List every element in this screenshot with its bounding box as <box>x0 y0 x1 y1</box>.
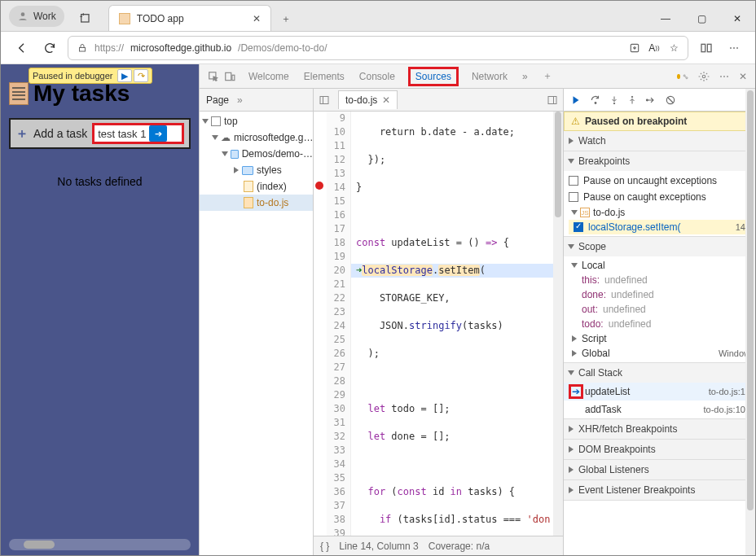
section-dom[interactable]: DOM Breakpoints <box>564 440 755 459</box>
step-over-icon[interactable] <box>590 94 601 106</box>
breakpoint-file[interactable]: JSto-do.js <box>569 205 750 220</box>
minimize-button[interactable]: — <box>648 7 683 31</box>
js-file-icon <box>244 197 253 208</box>
address-bar: https://microsoftedge.github.io/Demos/de… <box>1 32 755 64</box>
browser-tab[interactable]: TODO app ✕ <box>108 5 271 31</box>
section-watch[interactable]: Watch <box>564 131 755 151</box>
breakpoint-marker[interactable] <box>315 182 323 190</box>
browser-menu-icon[interactable]: ⋯ <box>724 38 744 58</box>
svg-rect-12 <box>320 96 328 103</box>
navigator-tab-page[interactable]: Page <box>206 94 229 106</box>
step-icon[interactable] <box>645 94 657 106</box>
editor-v-scrollbar[interactable] <box>553 112 563 536</box>
source-editor: to-do.js ✕ 91011121314151617181920212223… <box>314 89 564 555</box>
navigator-tree[interactable]: top ☁microsoftedge.g… Demos/demo-… style… <box>200 112 313 555</box>
task-input-value: test task 1 <box>98 128 146 140</box>
tab-welcome[interactable]: Welcome <box>247 66 291 87</box>
inspect-icon[interactable] <box>208 71 219 82</box>
empty-state: No tasks defined <box>9 175 191 188</box>
callstack-frame[interactable]: ➔updateListto-do.js:14 <box>564 383 755 401</box>
overlay-step-icon[interactable]: ↷ <box>134 69 148 82</box>
current-frame-icon: ➔ <box>569 384 583 399</box>
add-task-label: Add a task <box>33 127 87 140</box>
submit-button[interactable]: ➔ <box>149 125 167 142</box>
svg-point-0 <box>21 12 25 16</box>
breakpoint-gutter[interactable] <box>314 112 327 536</box>
close-icon[interactable]: ✕ <box>253 13 261 24</box>
pretty-print-icon[interactable]: { } <box>320 541 329 552</box>
svg-point-11 <box>702 75 705 78</box>
section-callstack[interactable]: Call Stack <box>564 363 755 383</box>
svg-point-15 <box>613 103 615 104</box>
add-task-form: ＋ Add a task test task 1 ➔ <box>9 118 191 149</box>
debugger-v-scrollbar[interactable] <box>745 89 755 555</box>
section-scope[interactable]: Scope <box>564 237 755 256</box>
editor-status-bar: { } Line 14, Column 3 Coverage: n/a <box>314 536 563 555</box>
tab-elements[interactable]: Elements <box>302 66 346 87</box>
code-area[interactable]: 9101112131415161718192021222324252627282… <box>314 112 563 536</box>
svg-rect-4 <box>701 44 705 51</box>
page-title: My tasks <box>33 81 130 107</box>
cloud-icon: ☁ <box>221 132 231 143</box>
overlay-resume-icon[interactable]: ▶ <box>117 69 132 82</box>
clipboard-icon <box>9 82 29 105</box>
profile-pill[interactable]: Work <box>9 6 64 27</box>
callstack-frame[interactable]: addTaskto-do.js:100 <box>564 401 755 418</box>
issues-icon[interactable] <box>677 71 688 82</box>
code-lines: return b.date - a.date; }); } const upda… <box>351 112 563 536</box>
workspaces-icon[interactable] <box>71 7 100 31</box>
device-icon[interactable] <box>224 71 235 82</box>
cursor-position: Line 14, Column 3 <box>339 541 418 552</box>
navigator-overflow-icon[interactable]: » <box>237 94 243 106</box>
task-input[interactable]: test task 1 ➔ <box>92 123 184 144</box>
step-out-icon[interactable] <box>627 94 637 106</box>
editor-file-tab[interactable]: to-do.js ✕ <box>338 90 398 109</box>
back-button[interactable] <box>12 38 32 58</box>
section-breakpoints[interactable]: Breakpoints <box>564 151 755 171</box>
section-global-listeners[interactable]: Global Listeners <box>564 460 755 479</box>
resume-icon[interactable] <box>570 94 582 106</box>
svg-point-17 <box>646 99 648 101</box>
window-titlebar: Work TODO app ✕ ＋ — ▢ ✕ <box>1 1 755 32</box>
devtools-menu-icon[interactable]: ⋯ <box>719 71 729 82</box>
pause-caught-checkbox[interactable]: Pause on caught exceptions <box>569 189 750 205</box>
debugger-toolbar <box>564 89 755 112</box>
read-aloud-icon[interactable]: A)) <box>648 42 660 54</box>
pause-uncaught-checkbox[interactable]: Pause on uncaught exceptions <box>569 173 750 189</box>
deactivate-breakpoints-icon[interactable] <box>665 94 676 106</box>
add-tab-icon[interactable]: ＋ <box>541 64 554 88</box>
section-xhr[interactable]: XHR/fetch Breakpoints <box>564 419 755 439</box>
nav-toggle-icon[interactable] <box>319 94 330 106</box>
step-into-icon[interactable] <box>609 94 619 106</box>
breakpoint-item[interactable]: localStorage.setItem(14 <box>569 220 750 234</box>
app-available-icon[interactable] <box>629 42 640 54</box>
settings-icon[interactable] <box>698 71 710 82</box>
close-button[interactable]: ✕ <box>719 7 755 31</box>
section-event-listeners[interactable]: Event Listener Breakpoints <box>564 480 755 500</box>
favorite-icon[interactable]: ☆ <box>668 42 679 54</box>
devtools-close-icon[interactable]: ✕ <box>739 71 747 82</box>
collections-icon[interactable] <box>697 38 716 58</box>
tabs-overflow-icon[interactable]: » <box>521 66 530 87</box>
tab-title: TODO app <box>137 13 184 24</box>
svg-point-14 <box>595 102 596 103</box>
url-field[interactable]: https://microsoftedge.github.io/Demos/de… <box>68 36 688 60</box>
warning-icon: ⚠ <box>571 116 580 127</box>
close-icon[interactable]: ✕ <box>382 94 390 106</box>
refresh-button[interactable] <box>40 38 59 58</box>
tab-network[interactable]: Network <box>470 66 509 87</box>
paused-overlay: Paused in debugger ▶ ↷ <box>29 68 152 84</box>
editor-overflow-icon[interactable] <box>547 94 558 106</box>
url-path: /Demos/demo-to-do/ <box>238 42 327 54</box>
svg-rect-2 <box>80 47 86 51</box>
devtools-panel: Welcome Elements Console Sources Network… <box>199 64 755 555</box>
folder-icon <box>242 166 253 175</box>
page-h-scrollbar[interactable] <box>9 539 191 550</box>
new-tab-button[interactable]: ＋ <box>271 7 301 31</box>
js-badge-icon: JS <box>580 208 590 217</box>
page-favicon <box>119 13 130 24</box>
tab-sources[interactable]: Sources <box>408 67 459 86</box>
tab-console[interactable]: Console <box>358 66 397 87</box>
maximize-button[interactable]: ▢ <box>683 7 719 31</box>
url-host: microsoftedge.github.io <box>130 42 231 54</box>
